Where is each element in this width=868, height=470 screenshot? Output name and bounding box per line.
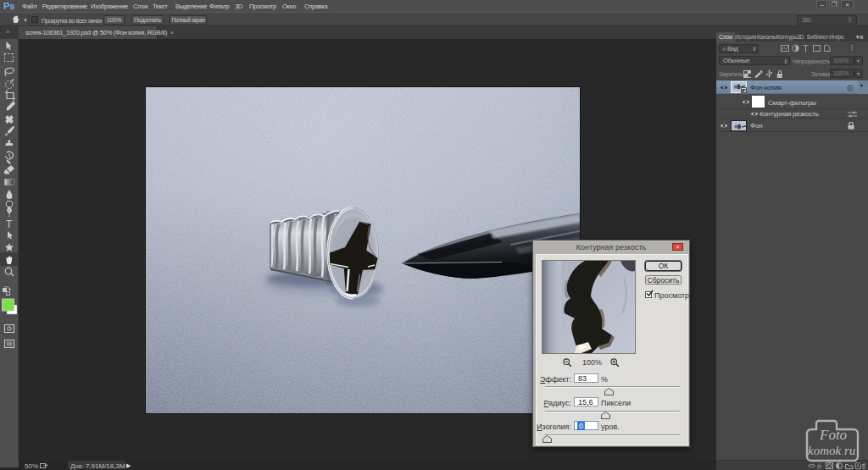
- svg-text:Foto: Foto: [819, 427, 847, 443]
- svg-text:T: T: [804, 44, 809, 53]
- svg-text:T: T: [6, 218, 13, 230]
- svg-text:komok.ru: komok.ru: [808, 444, 855, 457]
